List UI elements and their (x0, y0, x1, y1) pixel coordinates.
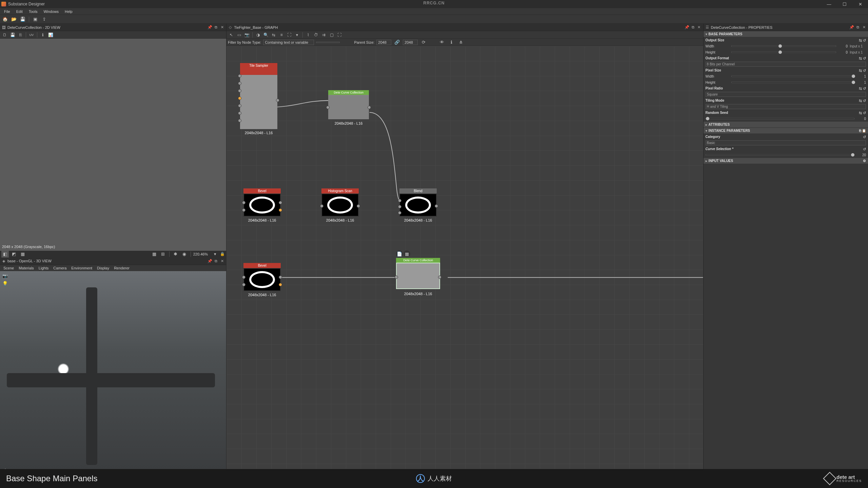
lock-icon[interactable]: 🔒 (220, 252, 225, 257)
reset-icon[interactable]: ↺ (863, 99, 866, 103)
menu3d-display[interactable]: Display (95, 266, 111, 270)
link-icon[interactable]: ⌇ (305, 32, 312, 38)
section-base-parameters[interactable]: ▾ BASE PARAMETERS (704, 31, 868, 37)
snapshot-icon[interactable]: 📷 (243, 32, 250, 38)
node-bevel-2[interactable]: Bevel 2048x2048 - L16 (243, 263, 281, 291)
value-pixel-height[interactable]: 1 (856, 81, 866, 84)
value-output-height[interactable]: 0 (838, 50, 848, 54)
node-curve-collection-selected[interactable]: 📄 ▦ Dete Curve Collection 2048x2048 - L1… (396, 258, 440, 289)
open-icon[interactable]: 📂 (10, 16, 18, 23)
slider-output-height[interactable] (731, 52, 836, 53)
select-category[interactable]: Basic (706, 140, 866, 145)
center-icon[interactable]: ◉ (181, 250, 188, 258)
gear-icon[interactable]: ⚙ (863, 159, 866, 163)
menu3d-lights[interactable]: Lights (37, 266, 51, 270)
close-panel-icon[interactable]: ✕ (219, 258, 225, 264)
section-instance-parameters[interactable]: ▾ INSTANCE PARAMETERS ⎘ 📋 (704, 128, 868, 134)
link-icon[interactable]: ⇆ (859, 86, 862, 91)
eye-icon[interactable]: 👁 (438, 39, 446, 46)
snap-icon[interactable]: ✱ (172, 250, 179, 258)
node-blend[interactable]: Blend 2048x2048 - L16 (399, 188, 437, 217)
maximize-button[interactable]: ☐ (837, 0, 852, 8)
select-output-format[interactable]: 8 Bits per Channel (706, 62, 866, 67)
cursor-icon[interactable]: ↖ (228, 32, 235, 38)
badge-icon[interactable]: ▢ (328, 32, 335, 38)
reset-icon[interactable]: ↺ (863, 111, 866, 115)
reset-icon[interactable]: ↺ (863, 86, 866, 91)
filter-type-select[interactable]: Containing text or variable (263, 40, 314, 45)
link-icon[interactable]: ⇆ (859, 56, 862, 61)
value-random-seed[interactable]: 0 (856, 117, 866, 121)
reset-icon[interactable]: ↺ (863, 68, 866, 73)
node-tile-sampler[interactable]: Tile Sampler 2048x2048 - L16 (240, 63, 277, 129)
node-histogram-scan[interactable]: Histogram Scan 2048x2048 - L16 (321, 188, 359, 217)
slider-pixel-height[interactable] (731, 82, 854, 83)
node-curve-collection-top[interactable]: Dete Curve Collection 2048x2048 - L16 (328, 90, 369, 119)
new-icon[interactable]: 🗋 (1, 32, 8, 38)
slider-curve-selection[interactable] (706, 154, 854, 156)
info-icon[interactable]: ℹ (448, 39, 455, 46)
channel-r-icon[interactable]: ◩ (10, 250, 18, 258)
pin-icon[interactable]: 📌 (207, 25, 213, 30)
home-icon[interactable]: 🏠 (1, 16, 9, 23)
popout-icon[interactable]: ⧉ (690, 25, 696, 30)
reset-icon[interactable]: ↺ (863, 38, 866, 43)
link-icon[interactable]: ⇆ (859, 38, 862, 43)
pin-icon[interactable]: 📌 (684, 25, 690, 30)
reset-zoom-icon[interactable]: ⛶ (286, 32, 293, 38)
popout-icon[interactable]: ⧉ (213, 25, 219, 30)
dropdown-icon[interactable]: ▾ (294, 32, 300, 38)
align-icon[interactable]: ≡ (278, 32, 285, 38)
parent-height-select[interactable]: 2048 (403, 40, 418, 45)
view2d-canvas[interactable]: 2048 x 2048 (Grayscale, 16bpc) (0, 39, 226, 251)
value-output-width[interactable]: 0 (838, 44, 848, 48)
menu-file[interactable]: File (1, 9, 13, 14)
timing-icon[interactable]: ⏱ (313, 32, 319, 38)
parent-width-select[interactable]: 2048 (376, 40, 391, 45)
reset-icon[interactable]: ↺ (863, 135, 866, 139)
close-button[interactable]: ✕ (852, 0, 868, 8)
paste-icon[interactable]: 📋 (862, 129, 866, 133)
menu3d-environment[interactable]: Environment (69, 266, 94, 270)
close-panel-icon[interactable]: ✕ (696, 25, 702, 30)
menu3d-camera[interactable]: Camera (51, 266, 68, 270)
slider-random-seed[interactable] (706, 118, 854, 119)
link-icon[interactable]: ⇆ (859, 111, 862, 115)
select-pixel-ratio[interactable]: Square (706, 92, 866, 97)
search-icon[interactable]: 🔍 (262, 32, 269, 38)
export-icon[interactable]: ⇪ (40, 16, 48, 23)
section-input-values[interactable]: ▸ INPUT VALUES ⚙ (704, 158, 868, 164)
expand-icon[interactable]: ⛶ (336, 32, 343, 38)
value-pixel-width[interactable]: 1 (856, 75, 866, 78)
close-panel-icon[interactable]: ✕ (861, 25, 867, 30)
node-pin-icon[interactable]: 📄 (396, 250, 403, 257)
info-icon[interactable]: ℹ (39, 32, 46, 38)
channel-g-icon[interactable]: ▦ (19, 250, 26, 258)
channel-rgb-icon[interactable]: ◧ (1, 250, 9, 258)
close-panel-icon[interactable]: ✕ (219, 25, 225, 30)
slider-pixel-width[interactable] (731, 76, 854, 77)
view3d-canvas[interactable]: 📷 💡 ✦ (0, 271, 226, 475)
autolayout-icon[interactable]: ⇆ (270, 32, 277, 38)
filter-value-select[interactable] (316, 42, 340, 43)
menu-windows[interactable]: Windows (41, 9, 61, 14)
reset-icon[interactable]: ↺ (863, 56, 866, 61)
hierarchy-icon[interactable]: ⋔ (457, 39, 465, 46)
flow-icon[interactable]: ⇉ (320, 32, 327, 38)
menu3d-scene[interactable]: Scene (1, 266, 16, 270)
menu-help[interactable]: Help (62, 9, 75, 14)
value-curve-selection[interactable]: 20 (856, 153, 866, 157)
grid-icon[interactable]: ▦ (151, 250, 158, 258)
highlight-icon[interactable]: ◑ (255, 32, 261, 38)
frame-icon[interactable]: ▭ (236, 32, 242, 38)
popout-icon[interactable]: ⧉ (213, 258, 219, 264)
link-icon[interactable]: ⇆ (859, 68, 862, 73)
select-tiling-mode[interactable]: H and V Tiling (706, 104, 866, 109)
copy-icon[interactable]: ⎘ (17, 32, 24, 38)
save-image-icon[interactable]: 💾 (9, 32, 16, 38)
menu3d-renderer[interactable]: Renderer (112, 266, 132, 270)
zoom-dropdown-icon[interactable]: ▾ (211, 250, 219, 258)
refresh-icon[interactable]: ⟳ (420, 39, 427, 46)
menu-edit[interactable]: Edit (14, 9, 25, 14)
histogram-icon[interactable]: 📊 (47, 32, 54, 38)
